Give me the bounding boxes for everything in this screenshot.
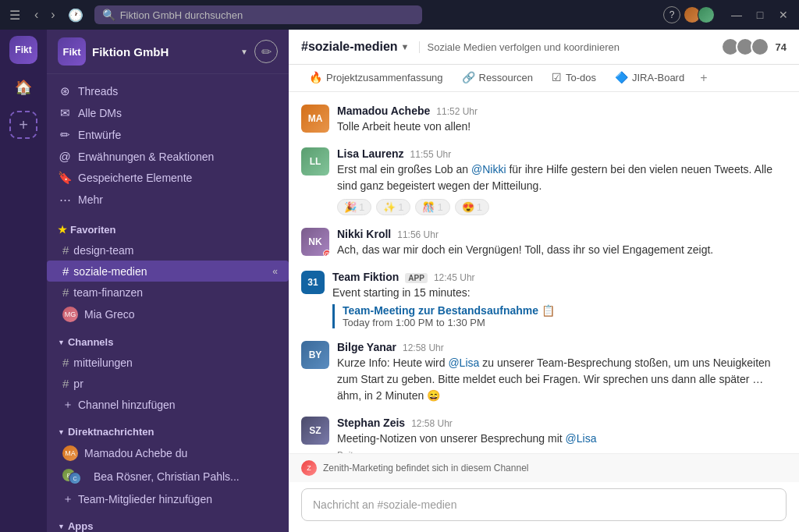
- apps-header[interactable]: ▼ Apps: [47, 516, 289, 532]
- hash-icon: #: [62, 377, 69, 390]
- hash-icon: #: [62, 264, 69, 278]
- sidebar-item-alle-dms[interactable]: ✉ Alle DMs: [47, 102, 289, 124]
- home-icon[interactable]: 🏠: [9, 73, 37, 101]
- help-icon[interactable]: ?: [663, 6, 680, 23]
- hash-icon: #: [62, 243, 69, 257]
- add-team-label: Team-Mitglieder hinzufügen: [78, 493, 212, 505]
- star-icon: ★: [58, 224, 67, 236]
- reaction-2[interactable]: ✨1: [376, 199, 410, 215]
- reaction-count: 1: [477, 201, 482, 213]
- message-body-team: Team Fiktion APP 12:45 Uhr Event startin…: [332, 271, 787, 328]
- avatar-stephan: SZ: [301, 417, 329, 445]
- member-count[interactable]: 74: [776, 41, 787, 53]
- dm-avatar-group: B C: [62, 469, 81, 484]
- notification-badge: @: [323, 250, 329, 256]
- dm-avatar-christian: C: [69, 472, 81, 484]
- add-workspace-button[interactable]: +: [9, 111, 37, 139]
- sidebar-item-design-team[interactable]: # design-team: [47, 239, 289, 261]
- author-team: Team Fiktion: [332, 271, 399, 283]
- tab-jira-board[interactable]: 🔷 JIRA-Board: [607, 65, 692, 91]
- dm-avatar-mamadou: MA: [62, 445, 78, 461]
- sidebar-item-mia-greco[interactable]: MG Mia Greco: [47, 303, 289, 326]
- gespeicherte-icon: 🔖: [58, 171, 72, 185]
- mention-lisa-2[interactable]: @Lisa: [566, 432, 597, 445]
- back-button[interactable]: ‹: [30, 5, 43, 26]
- compose-button[interactable]: ✏: [254, 40, 278, 63]
- time-lisa: 11:55 Uhr: [410, 149, 452, 160]
- reaction-3[interactable]: 🎊1: [415, 199, 449, 215]
- reaction-1[interactable]: 🎉1: [337, 199, 371, 215]
- workspace-icon: Fikt: [9, 36, 37, 64]
- sidebar-item-pr[interactable]: # pr: [47, 373, 289, 394]
- text-stephan: Meeting-Notizen von unserer Besprechung …: [337, 431, 787, 447]
- search-input[interactable]: [120, 9, 414, 21]
- sidebar-item-mehr[interactable]: ⋯ Mehr: [47, 189, 289, 211]
- tab-projektzusammenfassung[interactable]: 🔥 Projektzusammenfassung: [301, 65, 451, 91]
- message-body-nikki: Nikki Kroll 11:56 Uhr Ach, das war mir d…: [337, 228, 787, 258]
- titlebar: ☰ ‹ › 🕐 🔍 ? — □ ✕: [0, 0, 799, 30]
- dms-header[interactable]: ▼ Direktnachrichten: [47, 422, 289, 442]
- dms-section: ▼ Direktnachrichten MA Mamadou Achebe du…: [47, 419, 289, 513]
- zenith-icon: Z: [301, 460, 317, 476]
- forward-button[interactable]: ›: [46, 5, 59, 26]
- minimize-button[interactable]: —: [727, 5, 746, 24]
- add-tab-button[interactable]: +: [695, 65, 712, 91]
- time-bilge: 12:58 Uhr: [403, 342, 444, 353]
- add-team-member-button[interactable]: ＋ Team-Mitglieder hinzufügen: [47, 488, 289, 510]
- channel-caret-icon: ▼: [401, 42, 410, 51]
- main-content: #soziale-medien ▼ Soziale Medien verfolg…: [289, 30, 799, 532]
- favorites-section: ★ Favoriten # design-team # soziale-medi…: [47, 217, 289, 329]
- message-input[interactable]: Nachricht an #soziale-medien: [301, 488, 787, 521]
- workspace-switcher[interactable]: Fikt: [9, 36, 37, 64]
- tab-label: To-dos: [566, 72, 596, 83]
- text-mamadou: Tolle Arbeit heute von allen!: [337, 119, 787, 135]
- reaction-4[interactable]: 😍1: [455, 199, 489, 215]
- sidebar-item-team-finanzen[interactable]: # team-finanzen: [47, 282, 289, 303]
- close-button[interactable]: ✕: [774, 5, 793, 24]
- dm-name-mia: Mia Greco: [84, 308, 135, 321]
- channel-name-pr: pr: [73, 378, 278, 390]
- sidebar-item-gespeicherte[interactable]: 🔖 Gespeicherte Elemente: [47, 167, 289, 189]
- nav-controls: ‹ › 🕐: [30, 5, 88, 26]
- event-link[interactable]: Team-Meeting zur Bestandsaufnahme 📋: [343, 304, 555, 317]
- channel-title[interactable]: #soziale-medien ▼: [301, 40, 410, 54]
- message-body-mamadou: Mamadou Achebe 11:52 Uhr Tolle Arbeit he…: [337, 105, 787, 135]
- member-avatars[interactable]: [725, 37, 769, 56]
- hamburger-icon[interactable]: ☰: [6, 5, 23, 26]
- sidebar-item-threads[interactable]: ⊛ Threads: [47, 80, 289, 102]
- mention-lisa[interactable]: @Lisa: [448, 356, 479, 369]
- channels-section: ▼ Channels # mitteilungen # pr ＋ Channel…: [47, 329, 289, 419]
- mention-nikki[interactable]: @Nikki: [471, 163, 506, 176]
- message-body-bilge: Bilge Yanar 12:58 Uhr Kurze Info: Heute …: [337, 341, 787, 404]
- favorites-header[interactable]: ★ Favoriten: [47, 220, 289, 239]
- mehr-icon: ⋯: [58, 193, 72, 207]
- sidebar-item-mitteilungen[interactable]: # mitteilungen: [47, 352, 289, 373]
- maximize-button[interactable]: □: [751, 5, 769, 24]
- history-button[interactable]: 🕐: [63, 5, 88, 26]
- author-nikki: Nikki Kroll: [337, 228, 391, 240]
- sidebar-item-entwuerfe[interactable]: ✏ Entwürfe: [47, 124, 289, 146]
- sidebar-item-erwahnungen[interactable]: @ Erwähnungen & Reaktionen: [47, 146, 289, 167]
- search-bar[interactable]: 🔍: [94, 5, 422, 24]
- channels-header[interactable]: ▼ Channels: [47, 332, 289, 352]
- avatar-lisa: LL: [301, 147, 329, 176]
- sidebar-item-soziale-medien[interactable]: # soziale-medien «: [47, 261, 289, 282]
- apps-label: Apps: [68, 520, 94, 532]
- sidebar-item-bea[interactable]: B C Bea Rösner, Christian Pahls...: [47, 465, 289, 488]
- apps-section: ▼ Apps 📅 Google Calendar: [47, 513, 289, 532]
- sidebar-item-mamadou[interactable]: MA Mamadou Achebe du: [47, 442, 289, 465]
- projektzusammenfassung-icon: 🔥: [309, 71, 322, 83]
- alle-dms-label: Alle DMs: [78, 107, 122, 119]
- channel-tabs: 🔥 Projektzusammenfassung 🔗 Ressourcen ☑ …: [289, 65, 799, 92]
- alle-dms-icon: ✉: [58, 106, 72, 120]
- add-channel-button[interactable]: ＋ Channel hinzufügen: [47, 394, 289, 416]
- author-mamadou: Mamadou Achebe: [337, 105, 430, 117]
- todos-icon: ☑: [552, 71, 562, 83]
- tab-ressourcen[interactable]: 🔗 Ressourcen: [454, 65, 541, 91]
- hash-icon: #: [62, 356, 69, 369]
- channels-caret-icon: ▼: [58, 339, 65, 346]
- tab-todos[interactable]: ☑ To-dos: [544, 65, 604, 91]
- dm-name-bea: Bea Rösner, Christian Pahls...: [94, 470, 240, 483]
- channel-name-text: #soziale-medien: [301, 40, 398, 54]
- workspace-name: Fiktion GmbH: [92, 45, 234, 59]
